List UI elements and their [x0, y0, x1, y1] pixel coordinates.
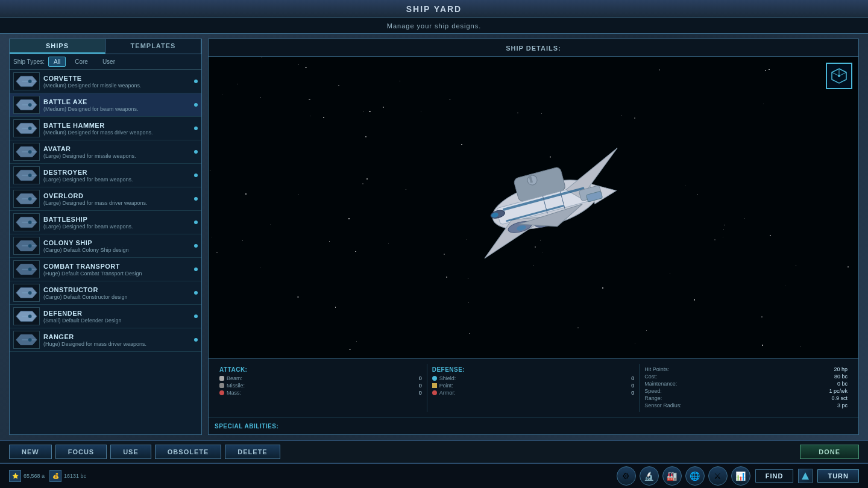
hp-label: Hit Points: [644, 366, 831, 372]
ship-desc: (Huge) Default Combat Transport Design [43, 271, 190, 277]
list-item[interactable]: Combat Transport (Huge) Default Combat T… [10, 258, 201, 281]
bc-icon: 💰 [49, 470, 61, 482]
new-button[interactable]: New [9, 445, 52, 459]
list-item[interactable]: Constructor (Cargo) Default Constructor … [10, 281, 201, 305]
svg-point-8 [28, 127, 32, 130]
icon-btn-1[interactable]: ⚙ [617, 466, 636, 486]
beam-label: Beam: [227, 375, 407, 381]
find-icon[interactable] [798, 469, 813, 483]
speed-label: Speed: [644, 388, 826, 394]
icon-btn-2[interactable]: 🔬 [640, 466, 659, 486]
svg-point-32 [28, 314, 32, 318]
ship-indicator [194, 127, 198, 130]
maintenance-label: Maintenance: [644, 381, 835, 387]
list-item[interactable]: Battleship (Large) Designed for beam wea… [10, 211, 201, 234]
ship-desc: (Medium) Designed for mass driver weapon… [43, 130, 190, 136]
ship-thumbnail [13, 166, 40, 184]
ship-thumbnail [13, 96, 40, 114]
svg-point-26 [28, 267, 32, 271]
credits-text: 65,568 a [24, 473, 45, 479]
ship-desc: (Cargo) Default Constructor design [43, 294, 190, 300]
filter-core[interactable]: Core [69, 57, 93, 67]
list-item[interactable]: Defender (Small) Default Defender Design [10, 305, 201, 328]
ship-desc: (Small) Default Defender Design [43, 318, 190, 324]
3d-view-icon[interactable] [826, 63, 852, 89]
armor-label: Armor: [439, 390, 620, 396]
sensor-value: 3 pc [837, 402, 848, 408]
defense-label: Defense: [432, 366, 635, 373]
filter-user[interactable]: User [97, 57, 121, 67]
armor-value: 0 [622, 390, 634, 396]
find-button[interactable]: FIND [755, 469, 794, 483]
turn-button[interactable]: TURN [817, 469, 859, 483]
shield-value: 0 [622, 375, 634, 381]
list-item[interactable]: Destroyer (Large) Designed for beam weap… [10, 164, 201, 187]
point-row: Point: 0 [432, 383, 635, 389]
ship-name: Battleship [43, 216, 190, 223]
ship-list[interactable]: Corvette (Medium) Designed for missile w… [10, 70, 201, 434]
armor-row: Armor: 0 [432, 390, 635, 396]
beam-icon [219, 376, 224, 381]
icon-btn-6[interactable]: 📊 [731, 466, 750, 486]
icon-btn-4[interactable]: 🌐 [685, 466, 705, 486]
ship-indicator [194, 221, 198, 224]
ship-name: Combat Transport [43, 263, 190, 270]
delete-button[interactable]: Delete [225, 445, 280, 459]
tab-ships[interactable]: Ships [10, 39, 105, 54]
list-item[interactable]: Corvette (Medium) Designed for missile w… [10, 70, 201, 93]
list-item[interactable]: Avatar (Large) Designed for missile weap… [10, 140, 201, 164]
ship-name: Battle Axe [43, 98, 190, 105]
credits-icon: ⭐ [9, 470, 21, 482]
list-item[interactable]: Overlord (Large) Designed for mass drive… [10, 187, 201, 211]
ship-name: Corvette [43, 75, 190, 82]
ship-desc: (Large) Designed for missile weapons. [43, 153, 190, 159]
svg-point-14 [28, 174, 32, 177]
tab-templates[interactable]: Templates [105, 39, 201, 54]
ship-name: Battle Hammer [43, 122, 190, 129]
find-turn-area: FIND TURN [755, 469, 859, 483]
ship-desc: (Medium) Designed for missile weapons. [43, 83, 190, 89]
ship-thumbnail [13, 190, 40, 208]
ship-info: Overlord (Large) Designed for mass drive… [43, 192, 190, 206]
ship-thumbnail [13, 260, 40, 278]
ship-name: Avatar [43, 145, 190, 152]
done-button[interactable]: Done [800, 445, 859, 459]
ship-info: Destroyer (Large) Designed for beam weap… [43, 169, 190, 183]
hp-row: Hit Points: 20 hp [644, 366, 848, 372]
credits-item: ⭐ 65,568 a [9, 470, 45, 482]
ship-name: Defender [43, 310, 190, 317]
ship-info: Avatar (Large) Designed for missile weap… [43, 145, 190, 159]
ship-info: Combat Transport (Huge) Default Combat T… [43, 263, 190, 277]
icon-btn-3[interactable]: 🏭 [662, 466, 682, 486]
bottom-icons: ⚙ 🔬 🏭 🌐 ⚔ 📊 [617, 466, 750, 486]
icon-btn-5[interactable]: ⚔ [708, 466, 728, 486]
ship-indicator [194, 197, 198, 201]
filter-all[interactable]: All [48, 57, 66, 67]
focus-button[interactable]: Focus [55, 445, 107, 459]
ship-thumbnail [13, 72, 40, 90]
list-item[interactable]: Colony Ship (Cargo) Default Colony Ship … [10, 234, 201, 258]
list-item[interactable]: Battle Axe (Medium) Designed for beam we… [10, 93, 201, 117]
stats-panel: Attack: Beam: 0 Missile: 0 Mass: 0 [209, 358, 858, 417]
ship-info: Ranger (Huge) Designed for mass driver w… [43, 333, 190, 347]
ship-indicator [194, 338, 198, 342]
attack-label: Attack: [219, 366, 422, 373]
use-button[interactable]: Use [110, 445, 151, 459]
ship-info: Defender (Small) Default Defender Design [43, 310, 190, 324]
list-item[interactable]: Ranger (Huge) Designed for mass driver w… [10, 328, 201, 352]
maintenance-value: 0 bc [837, 381, 848, 387]
ship-thumbnail [13, 119, 40, 137]
ship-svg [365, 81, 702, 334]
list-item[interactable]: Battle Hammer (Medium) Designed for mass… [10, 117, 201, 140]
ship-indicator [194, 244, 198, 248]
missile-icon [219, 383, 224, 388]
ship-desc: (Large) Designed for beam weapons. [43, 177, 190, 183]
svg-point-35 [28, 338, 32, 342]
sensor-label: Sensor Radius: [644, 402, 835, 408]
svg-point-11 [28, 150, 32, 154]
subtitle-bar: Manage your ship designs. [0, 17, 868, 34]
missile-row: Missile: 0 [219, 383, 422, 389]
ship-name: Destroyer [43, 169, 190, 176]
obsolete-button[interactable]: Obsolete [155, 445, 222, 459]
svg-point-17 [28, 197, 32, 201]
